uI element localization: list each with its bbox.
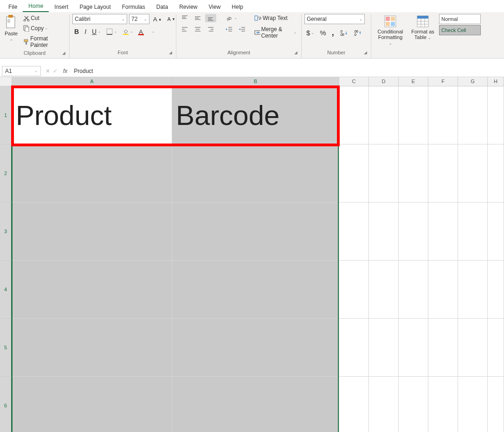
cell-d5[interactable] <box>369 319 399 377</box>
accounting-format-button[interactable]: $⌄ <box>304 28 316 38</box>
dialog-launcher-icon[interactable]: ◢ <box>293 50 298 55</box>
dialog-launcher-icon[interactable]: ◢ <box>61 50 66 56</box>
font-size-input[interactable]: 72⌄ <box>129 14 149 24</box>
increase-indent-button[interactable] <box>237 25 248 33</box>
cell-e4[interactable] <box>399 261 428 319</box>
cell-f6[interactable] <box>428 377 458 432</box>
cell-a2[interactable] <box>12 144 172 203</box>
cell-a3[interactable] <box>12 203 172 261</box>
column-header-a[interactable]: A <box>12 77 172 86</box>
cell-h1[interactable] <box>488 86 504 144</box>
tab-insert[interactable]: Insert <box>49 1 74 12</box>
cell-c6[interactable] <box>339 377 369 432</box>
tab-view[interactable]: View <box>203 1 226 12</box>
cut-button[interactable]: Cut <box>21 14 66 22</box>
cell-g5[interactable] <box>458 319 488 377</box>
dialog-launcher-icon[interactable]: ◢ <box>362 50 368 55</box>
row-header-1[interactable]: 1 <box>0 86 12 144</box>
column-header-e[interactable]: E <box>399 77 428 86</box>
align-middle-button[interactable] <box>192 14 203 22</box>
tab-page-layout[interactable]: Page Layout <box>74 1 116 12</box>
row-header-6[interactable]: 6 <box>0 377 12 432</box>
cell-f3[interactable] <box>428 203 458 261</box>
cell-b6[interactable] <box>172 377 339 432</box>
row-header-4[interactable]: 4 <box>0 261 12 319</box>
column-header-d[interactable]: D <box>369 77 399 86</box>
cell-c3[interactable] <box>339 203 369 261</box>
decrease-indent-button[interactable] <box>224 25 235 33</box>
bold-button[interactable]: B <box>72 27 81 36</box>
row-header-5[interactable]: 5 <box>0 319 12 377</box>
cell-d3[interactable] <box>369 203 399 261</box>
merge-center-button[interactable]: Merge & Center ⌄ <box>252 25 298 40</box>
column-header-b[interactable]: B <box>172 77 339 86</box>
align-left-button[interactable] <box>179 25 190 33</box>
cell-e2[interactable] <box>399 144 428 203</box>
style-check-cell[interactable]: Check Cell <box>439 25 481 35</box>
font-color-button[interactable]: A⌄ <box>137 27 156 36</box>
decrease-font-button[interactable]: A▼ <box>166 15 177 23</box>
cell-g6[interactable] <box>458 377 488 432</box>
increase-font-button[interactable]: A▲ <box>151 15 164 24</box>
cell-h6[interactable] <box>488 377 504 432</box>
tab-formulas[interactable]: Formulas <box>116 1 151 12</box>
tab-home[interactable]: Home <box>23 0 49 12</box>
row-header-2[interactable]: 2 <box>0 144 12 203</box>
cell-a4[interactable] <box>12 261 172 319</box>
cell-h3[interactable] <box>488 203 504 261</box>
cell-e6[interactable] <box>399 377 428 432</box>
select-all-corner[interactable] <box>0 77 12 86</box>
cell-f1[interactable] <box>428 86 458 144</box>
enter-icon[interactable]: ✓ <box>53 68 58 74</box>
paste-button[interactable]: Paste ⌄ <box>3 14 19 42</box>
cell-b5[interactable] <box>172 319 339 377</box>
orientation-button[interactable]: ab⌄ <box>224 14 239 22</box>
cell-e3[interactable] <box>399 203 428 261</box>
align-right-button[interactable] <box>205 25 216 33</box>
font-name-input[interactable]: Calibri⌄ <box>72 14 127 24</box>
format-painter-button[interactable]: Format Painter <box>21 34 66 49</box>
cell-h4[interactable] <box>488 261 504 319</box>
cell-b1[interactable]: Barcode <box>172 86 339 144</box>
wrap-text-button[interactable]: Wrap Text <box>252 14 298 22</box>
cell-g1[interactable] <box>458 86 488 144</box>
decrease-decimal-button[interactable]: .00.0 <box>352 29 364 37</box>
copy-button[interactable]: Copy ⌄ <box>21 24 66 33</box>
formula-input[interactable]: Product <box>70 68 504 74</box>
cell-c2[interactable] <box>339 144 369 203</box>
increase-decimal-button[interactable]: .0.00 <box>338 29 350 37</box>
italic-button[interactable]: I <box>83 27 88 36</box>
name-box[interactable]: A1⌄ <box>2 66 41 76</box>
row-header-3[interactable]: 3 <box>0 203 12 261</box>
number-format-input[interactable]: General⌄ <box>304 14 365 24</box>
cell-d1[interactable] <box>369 86 399 144</box>
cell-b4[interactable] <box>172 261 339 319</box>
conditional-formatting-button[interactable]: Conditional Formatting ⌄ <box>374 14 407 47</box>
column-header-f[interactable]: F <box>428 77 458 86</box>
style-normal[interactable]: Normal <box>439 14 481 24</box>
cell-g3[interactable] <box>458 203 488 261</box>
fx-icon[interactable]: fx <box>60 68 70 74</box>
comma-format-button[interactable]: , <box>330 27 336 39</box>
cell-d4[interactable] <box>369 261 399 319</box>
cell-e5[interactable] <box>399 319 428 377</box>
tab-review[interactable]: Review <box>174 1 203 12</box>
cell-a5[interactable] <box>12 319 172 377</box>
column-header-c[interactable]: C <box>339 77 369 86</box>
border-button[interactable]: ⌄ <box>104 27 119 36</box>
cell-h5[interactable] <box>488 319 504 377</box>
cell-d6[interactable] <box>369 377 399 432</box>
align-bottom-button[interactable] <box>205 14 216 22</box>
format-as-table-button[interactable]: Format as Table ⌄ <box>409 14 436 42</box>
cell-a6[interactable] <box>12 377 172 432</box>
cell-g2[interactable] <box>458 144 488 203</box>
cancel-icon[interactable]: ✕ <box>45 68 50 74</box>
tab-data[interactable]: Data <box>151 1 174 12</box>
dialog-launcher-icon[interactable]: ◢ <box>168 50 173 55</box>
cell-h2[interactable] <box>488 144 504 203</box>
cell-f5[interactable] <box>428 319 458 377</box>
align-top-button[interactable] <box>179 14 190 22</box>
percent-format-button[interactable]: % <box>318 28 328 38</box>
column-header-h[interactable]: H <box>488 77 504 86</box>
tab-file[interactable]: File <box>3 1 23 12</box>
